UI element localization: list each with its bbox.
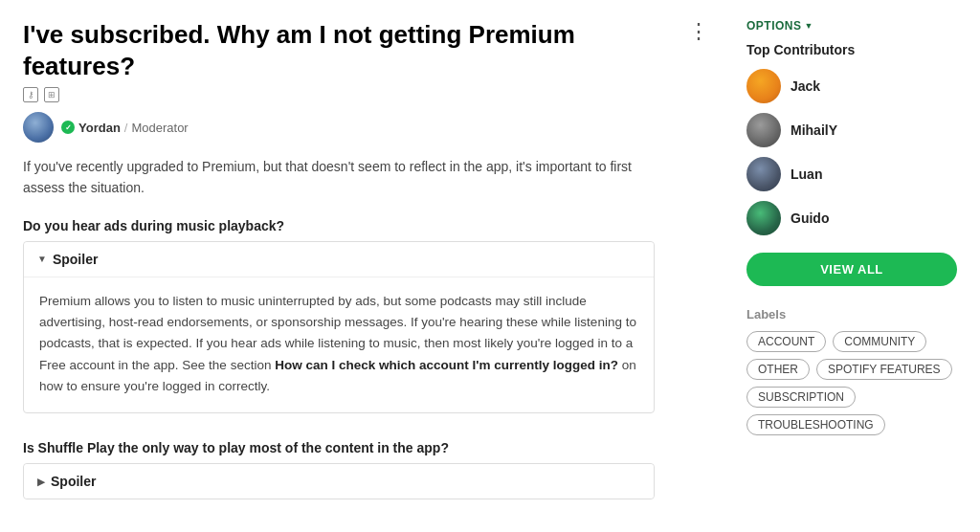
options-link[interactable]: OPTIONS ▼ [746,19,957,33]
top-contributors-title: Top Contributors [746,42,957,57]
contributor-name-guido: Guido [791,211,829,226]
options-chevron-icon: ▼ [805,21,813,31]
sidebar: OPTIONS ▼ Top Contributors Jack MihailY … [746,19,957,513]
title-block: I've subscribed. Why am I not getting Pr… [23,19,588,102]
moderator-badge-icon [61,121,75,134]
contributor-name-mihail: MihailY [791,122,837,138]
image-icon: ⊞ [44,87,59,102]
contributor-avatar-luan [746,157,781,191]
label-spotify-features[interactable]: SPOTIFY FEATURES [816,359,952,380]
spoiler-box-2: ▶ Spoiler [23,463,655,499]
spoiler-arrow-1: ▼ [37,254,47,264]
options-label: OPTIONS [746,19,802,33]
label-account[interactable]: ACCOUNT [746,331,826,352]
contributor-avatar-guido [746,201,781,235]
labels-title: Labels [746,307,957,321]
label-community[interactable]: COMMUNITY [833,331,926,352]
contributor-item-jack: Jack [746,69,957,103]
spoiler-toggle-1[interactable]: ▼ Spoiler [24,242,654,277]
spoiler-box-1: ▼ Spoiler Premium allows you to listen t… [23,241,655,413]
spoiler-content-1: Premium allows you to listen to music un… [24,277,654,412]
page-layout: I've subscribed. Why am I not getting Pr… [0,0,980,532]
intro-text: If you've recently upgraded to Premium, … [23,156,635,199]
label-subscription[interactable]: SUBSCRIPTION [746,387,856,408]
spoiler-toggle-2[interactable]: ▶ Spoiler [24,464,654,499]
spoiler-arrow-2: ▶ [37,477,45,487]
label-other[interactable]: OTHER [746,359,810,380]
contributor-name-luan: Luan [791,166,822,182]
author-info: Yordan / Moderator [61,121,189,135]
spoiler-label-1: Spoiler [53,252,98,267]
spoiler-text-bold: How can I check which account I'm curren… [275,358,618,372]
title-row: I've subscribed. Why am I not getting Pr… [23,19,716,102]
contributor-item-guido: Guido [746,201,957,235]
more-options-button[interactable]: ⋮ [682,19,716,44]
key-icon: ⚷ [23,87,38,102]
contributor-list: Jack MihailY Luan Guido [746,69,957,235]
contributor-avatar-mihail [746,113,781,147]
author-row: Yordan / Moderator [23,112,716,143]
author-role: Moderator [131,121,188,135]
contributor-item-mihail: MihailY [746,113,957,147]
contributor-avatar-jack [746,69,781,103]
author-separator: / [124,121,128,135]
main-content: I've subscribed. Why am I not getting Pr… [23,19,716,513]
view-all-button[interactable]: VIEW ALL [746,253,957,286]
contributor-name-jack: Jack [791,78,820,94]
labels-list: ACCOUNT COMMUNITY OTHER SPOTIFY FEATURES… [746,331,957,435]
label-troubleshooting[interactable]: TROUBLESHOOTING [746,414,885,435]
author-avatar [23,112,54,143]
author-name: Yordan [78,121,121,135]
section-question-1: Do you hear ads during music playback? [23,218,716,233]
spoiler-label-2: Spoiler [51,474,96,489]
section-question-2: Is Shuffle Play the only way to play mos… [23,440,716,455]
article-title: I've subscribed. Why am I not getting Pr… [23,19,588,81]
contributor-item-luan: Luan [746,157,957,191]
title-icons-row: ⚷ ⊞ [23,87,588,102]
